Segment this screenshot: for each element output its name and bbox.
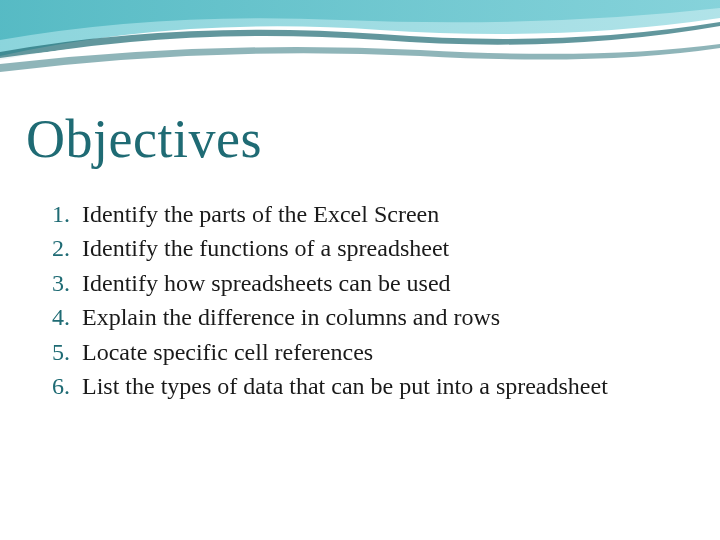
list-item: Identify the functions of a spreadsheet [26,232,694,264]
objective-text: Identify the parts of the Excel Screen [82,201,439,227]
list-item: Identify how spreadsheets can be used [26,267,694,299]
objective-text: Locate specific cell references [82,339,373,365]
list-item: Locate specific cell references [26,336,694,368]
list-item: Identify the parts of the Excel Screen [26,198,694,230]
objective-text: Identify the functions of a spreadsheet [82,235,449,261]
objective-text: Identify how spreadsheets can be used [82,270,451,296]
objectives-list: Identify the parts of the Excel Screen I… [26,198,694,402]
slide-title: Objectives [26,108,694,170]
list-item: List the types of data that can be put i… [26,370,694,402]
objective-text: List the types of data that can be put i… [82,373,608,399]
list-item: Explain the difference in columns and ro… [26,301,694,333]
objective-text: Explain the difference in columns and ro… [82,304,500,330]
